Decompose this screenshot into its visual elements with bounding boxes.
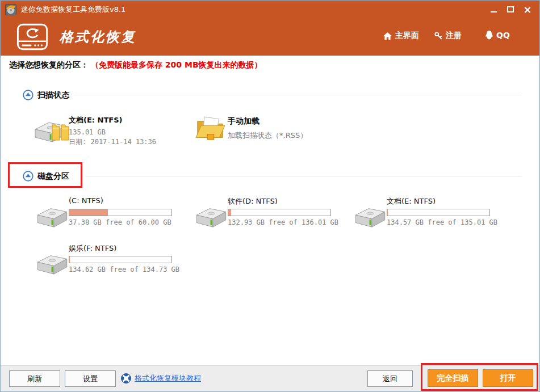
scan-result-size: 135.01 GB <box>69 128 106 136</box>
minimize-button[interactable] <box>485 3 502 16</box>
drive-icon <box>354 205 387 229</box>
app-window: 迷你兔数据恢复工具免费版v8.1 × 格式化恢复 主界面 注册 <box>0 0 540 392</box>
collapse-up-icon[interactable] <box>23 90 34 100</box>
drive-with-folders-icon <box>34 119 70 146</box>
scan-result-name: 文档(E: NTFS) <box>69 115 122 125</box>
usage-bar <box>69 256 172 263</box>
partition-e[interactable]: 文档(E: NTFS) 134.57 GB free of 135.01 GB <box>354 196 516 229</box>
usage-bar <box>69 209 172 216</box>
section-disk-partitions-label: 磁盘分区 <box>37 171 69 182</box>
usage-bar <box>387 209 490 216</box>
section-disk-partitions[interactable]: 磁盘分区 <box>23 171 69 182</box>
back-button[interactable]: 返回 <box>367 370 413 387</box>
scan-result-date: 日期: 2017-11-14 13:36 <box>69 137 156 147</box>
maximize-button[interactable] <box>502 3 519 16</box>
drive-icon <box>36 205 69 229</box>
window-controls: × <box>485 1 536 18</box>
app-logo-icon <box>5 4 16 15</box>
refresh-button[interactable]: 刷新 <box>9 370 60 387</box>
partition-free-space: 37.38 GB free of 60.00 GB <box>69 218 171 226</box>
nav-qq-label: QQ <box>496 31 510 40</box>
divider <box>86 176 522 176</box>
title-bar: 迷你兔数据恢复工具免费版v8.1 × <box>1 1 539 18</box>
drive-icon <box>36 252 69 276</box>
free-limit-note: （免费版能最多保存 200 MB恢复出来的数据） <box>91 60 262 69</box>
drive-icon <box>195 205 228 229</box>
tutorial-link-label[interactable]: 格式化恢复模块教程 <box>135 373 201 383</box>
manual-load-title: 手动加载 <box>228 116 259 127</box>
prompt-label: 选择您想恢复的分区： <box>9 60 89 69</box>
nav-register-label: 注册 <box>446 31 462 41</box>
usage-bar-fill <box>387 209 388 216</box>
qq-penguin-icon <box>485 31 493 40</box>
nav-qq[interactable]: QQ <box>485 31 510 40</box>
partition-name: 文档(E: NTFS) <box>387 196 436 206</box>
partition-prompt: 选择您想恢复的分区：（免费版能最多保存 200 MB恢复出来的数据） <box>9 60 262 70</box>
partition-name: (C: NTFS) <box>69 196 103 205</box>
collapse-up-icon[interactable] <box>23 171 34 182</box>
settings-button[interactable]: 设置 <box>65 370 116 387</box>
partition-free-space: 134.62 GB free of 134.73 GB <box>69 265 179 273</box>
partition-free-space: 134.57 GB free of 135.01 GB <box>387 218 497 226</box>
tutorial-link[interactable]: 格式化恢复模块教程 <box>121 373 201 383</box>
partition-d[interactable]: 软件(D: NTFS) 132.93 GB free of 136.01 GB <box>195 196 357 229</box>
full-scan-button[interactable]: 完全扫描 <box>428 369 478 387</box>
section-scan-status-label: 扫描状态 <box>37 90 69 100</box>
key-icon <box>434 32 442 40</box>
footer-bar: 刷新 设置 格式化恢复模块教程 返回 完全扫描 打开 <box>1 365 539 391</box>
usage-bar-fill <box>228 209 231 216</box>
scan-result-item[interactable]: 文档(E: NTFS) 135.01 GB 日期: 2017-11-14 13:… <box>34 114 187 147</box>
partition-c[interactable]: (C: NTFS) 37.38 GB free of 60.00 GB <box>36 196 198 229</box>
manual-load-subtitle: 加载扫描状态（*.RSS） <box>228 130 307 141</box>
manual-load-item[interactable]: 手动加载 加载扫描状态（*.RSS） <box>195 113 349 146</box>
lifebuoy-icon <box>121 373 131 383</box>
close-button[interactable]: × <box>519 3 536 16</box>
usage-bar-fill <box>69 209 108 216</box>
open-button[interactable]: 打开 <box>483 369 533 387</box>
open-folder-icon <box>195 115 225 141</box>
window-title: 迷你兔数据恢复工具免费版v8.1 <box>21 5 125 15</box>
section-scan-status[interactable]: 扫描状态 <box>23 90 69 100</box>
page-title: 格式化恢复 <box>60 28 136 46</box>
nav-home[interactable]: 主界面 <box>383 31 419 41</box>
partition-name: 娱乐(F: NTFS) <box>69 243 116 254</box>
module-header: 格式化恢复 主界面 注册 QQ <box>1 18 539 56</box>
format-recovery-icon <box>16 23 48 51</box>
divider <box>73 95 522 95</box>
usage-bar <box>228 209 331 216</box>
close-icon: × <box>523 5 531 15</box>
partition-f[interactable]: 娱乐(F: NTFS) 134.62 GB free of 134.73 GB <box>36 243 198 276</box>
maximize-icon <box>507 6 514 12</box>
partition-name: 软件(D: NTFS) <box>228 196 278 206</box>
minimize-icon <box>491 11 497 12</box>
nav-register[interactable]: 注册 <box>434 31 462 41</box>
home-icon <box>383 32 392 40</box>
partition-free-space: 132.93 GB free of 136.01 GB <box>228 218 338 226</box>
nav-home-label: 主界面 <box>395 31 419 41</box>
